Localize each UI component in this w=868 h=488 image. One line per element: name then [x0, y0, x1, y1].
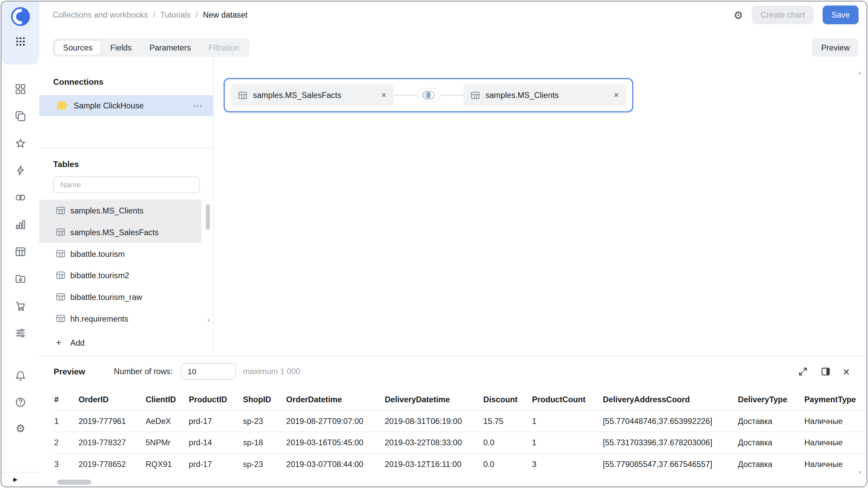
preview-table-cell: 1 [532, 410, 603, 432]
dashboards-icon[interactable] [15, 84, 26, 95]
table-list-item[interactable]: samples.MS_Clients [39, 200, 201, 221]
preview-table-row: 12019-777961AeDeXprd-17sp-232019-08-27T0… [54, 410, 866, 432]
marketplace-cart-icon[interactable] [15, 301, 26, 312]
table-icon [56, 206, 65, 215]
rail-bottom: ⚙ [2, 370, 39, 434]
source-chip-label: samples.MS_SalesFacts [253, 91, 341, 100]
preview-table-cell: 2019-08-31T06:19:00 [385, 410, 484, 432]
preview-table-cell: [55.770448746,37.653992226] [603, 410, 738, 432]
save-button[interactable]: Save [823, 5, 859, 24]
connection-menu-icon[interactable]: ⋯ [193, 100, 203, 111]
apps-grid-icon[interactable] [15, 36, 26, 47]
inner-join-venn-icon [420, 89, 437, 101]
split-view-icon[interactable] [820, 366, 831, 377]
preview-table-cell: Наличные [804, 410, 866, 432]
tab-fields[interactable]: Fields [101, 40, 140, 56]
preview-table-cell: 2019-778652 [79, 453, 146, 473]
plus-icon: + [56, 338, 65, 349]
preview-column-header: DeliveryType [738, 389, 804, 410]
preview-table-cell: Наличные [804, 431, 866, 453]
source-chip-salesfacts[interactable]: samples.MS_SalesFacts × [231, 84, 394, 106]
preview-table-cell: 1 [532, 431, 603, 453]
connection-item-sample-clickhouse[interactable]: Sample ClickHouse ⋯ [39, 95, 213, 116]
add-table-button[interactable]: + Add [39, 333, 213, 352]
preview-table-cell: 0.0 [483, 431, 532, 453]
preview-scroll-down-icon[interactable]: ▼ [857, 470, 862, 475]
breadcrumb-tutorials[interactable]: Tutorials [160, 11, 191, 19]
tab-parameters[interactable]: Parameters [141, 40, 200, 56]
preview-toggle-button[interactable]: Preview [812, 38, 859, 57]
preview-column-header: OrderDatetime [286, 389, 385, 410]
header-actions: ⚙ Create chart Save [733, 5, 859, 24]
close-preview-icon[interactable]: × [843, 366, 850, 377]
rows-count-input[interactable] [181, 363, 236, 380]
canvas-scroll-up-icon[interactable]: ▲ [857, 70, 862, 75]
tables-scroll-down-icon[interactable]: ▼ [206, 318, 211, 323]
collapse-panel-play-icon[interactable]: ▶ [13, 476, 18, 483]
table-icon [471, 90, 480, 100]
preview-table-cell: 3 [532, 453, 603, 473]
preview-table-header-row: #OrderIDClientIDProductIDShopIDOrderDate… [54, 389, 866, 410]
storage-folder-icon[interactable] [15, 273, 26, 285]
preview-column-header: ShopID [243, 389, 286, 410]
table-search-input[interactable] [53, 177, 200, 193]
connections-lightning-icon[interactable] [15, 165, 26, 176]
preview-table-cell: 2019-778327 [79, 431, 146, 453]
tables-list-scrollbar[interactable] [206, 204, 210, 229]
breadcrumb: Collections and workbooks / Tutorials / … [53, 11, 248, 19]
preview-table-cell: prd-17 [189, 453, 243, 473]
join-group[interactable]: samples.MS_SalesFacts × samples.MS_Clien… [224, 78, 633, 112]
horizontal-scrollbar-thumb[interactable] [57, 480, 91, 485]
datasets-table-icon[interactable] [15, 246, 26, 258]
breadcrumb-current: New dataset [203, 11, 248, 19]
navigation-rail: ⚙ ▶ [2, 2, 39, 486]
favorites-star-icon[interactable] [15, 138, 26, 149]
notifications-bell-icon[interactable] [15, 370, 26, 381]
page-frame: ⚙ ▶ Collections and workbooks / Tutorial… [1, 1, 868, 488]
preview-table-cell: 0.0 [483, 453, 532, 473]
tab-filtration[interactable]: Filtration [200, 40, 248, 56]
preview-table-cell: AeDeX [145, 410, 189, 432]
remove-source-icon[interactable]: × [377, 90, 386, 100]
connection-name: Sample ClickHouse [74, 101, 144, 110]
preview-column-header: Discount [483, 389, 532, 410]
datalens-logo[interactable] [10, 6, 31, 27]
expand-preview-icon[interactable] [797, 366, 808, 377]
preview-table-cell: 15.75 [483, 410, 532, 432]
preview-table-cell: 2019-03-07T08:44:00 [286, 453, 385, 473]
table-name: bibattle.tourism_raw [70, 292, 142, 301]
help-icon[interactable] [15, 397, 26, 408]
table-icon [238, 90, 248, 100]
preview-table-cell: 5NPMr [145, 431, 189, 453]
table-list-item[interactable]: bibattle.tourism [39, 243, 201, 265]
preview-table-cell: Наличные [804, 453, 866, 473]
tables-title: Tables [53, 159, 79, 169]
panel-divider [39, 148, 213, 148]
rail-gear-icon[interactable]: ⚙ [15, 423, 26, 434]
horizontal-scrollbar[interactable] [39, 479, 866, 485]
breadcrumb-collections[interactable]: Collections and workbooks [53, 11, 148, 19]
rail-footer: ▶ [2, 472, 39, 486]
remove-source-icon[interactable]: × [609, 90, 619, 100]
services-circles-icon[interactable] [15, 192, 26, 203]
join-type-button[interactable] [416, 88, 441, 102]
dataset-settings-gear-icon[interactable]: ⚙ [733, 8, 743, 21]
source-chip-clients[interactable]: samples.MS_Clients × [463, 84, 626, 106]
create-chart-button[interactable]: Create chart [752, 5, 814, 24]
table-list-item[interactable]: bibattle.tourism_raw [39, 286, 201, 308]
table-list-item[interactable]: samples.MS_SalesFacts [39, 221, 201, 243]
preview-table-cell: 2019-03-16T05:45:00 [286, 431, 385, 453]
workbooks-icon[interactable] [15, 111, 26, 122]
clickhouse-icon [57, 101, 67, 110]
tab-sources[interactable]: Sources [54, 40, 101, 56]
table-list-item[interactable]: bibattle.tourism2 [39, 264, 201, 286]
preview-column-header: DeliveryAddressCoord [603, 389, 738, 410]
table-list-item[interactable]: hh.requirements [39, 308, 201, 329]
table-icon [56, 292, 65, 302]
table-icon [56, 314, 65, 323]
preview-table-cell: [55.731703396,37.678203006] [603, 431, 738, 453]
table-icon [56, 270, 65, 280]
settings-sliders-icon[interactable] [15, 328, 26, 339]
charts-icon[interactable] [15, 219, 26, 230]
connections-title: Connections [53, 77, 103, 86]
